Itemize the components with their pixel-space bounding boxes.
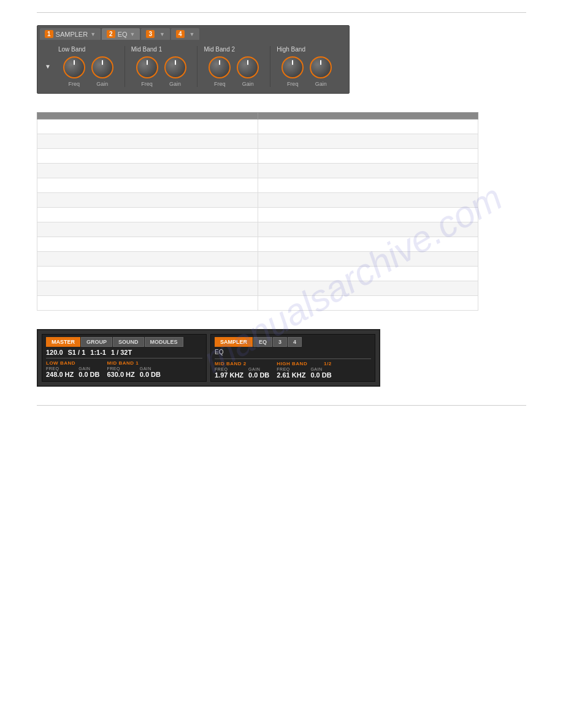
table-cell-col2 (258, 208, 478, 222)
display-high-gain-col: GAIN 0.0 DB (310, 367, 331, 379)
table-row (37, 164, 478, 178)
low-freq-knob-container: Freq (63, 56, 85, 87)
display-right-tabs: SAMPLER EQ 3 4 (215, 337, 371, 347)
table-cell-col1 (37, 222, 258, 237)
band-sep-3 (270, 46, 270, 87)
table-row (37, 281, 478, 296)
display-mid2-freq-label: FREQ (215, 367, 243, 371)
table-row (37, 119, 478, 134)
display-mid2-gain-col: GAIN 0.0 DB (248, 367, 269, 379)
tab-sampler[interactable]: 1 SAMPLER ▼ (40, 28, 101, 40)
low-freq-label: Freq (69, 81, 80, 87)
table-col1-header (37, 113, 258, 119)
display-tab-r3[interactable]: 3 (273, 337, 287, 347)
table-cell-col1 (37, 267, 258, 281)
table-cell-col1 (37, 208, 258, 222)
display-high-band-label: HIGH BAND (277, 361, 307, 366)
table-row (37, 237, 478, 252)
display-left-band-data: LOW BAND FREQ 248.0 HZ GAIN 0.0 DB MID B… (46, 360, 202, 378)
display-high-freq-val: 2.61 KHZ (277, 371, 305, 379)
eq-collapse-arrow[interactable]: ▼ (45, 63, 51, 70)
display-high-gain-label: GAIN (310, 367, 331, 371)
mid1-gain-label: Gain (169, 81, 181, 87)
high-gain-knob[interactable] (310, 56, 332, 78)
display-low-band-section: LOW BAND FREQ 248.0 HZ GAIN 0.0 DB (46, 360, 100, 378)
low-band-knobs: Freq Gain (63, 56, 113, 87)
display-tab-eq[interactable]: EQ (253, 337, 272, 347)
table-cell-col1 (37, 193, 258, 208)
mid1-band-label: Mid Band 1 (129, 46, 163, 53)
display-mid1-gain-col: GAIN 0.0 DB (140, 366, 161, 378)
tab-label-eq: EQ (118, 31, 128, 38)
display-position: 1:1-1 (90, 349, 106, 356)
low-freq-knob[interactable] (63, 56, 85, 78)
display-high-gain-val: 0.0 DB (310, 371, 331, 379)
display-tab-sampler[interactable]: SAMPLER (215, 337, 253, 347)
display-mid2-gain-val: 0.0 DB (248, 371, 269, 379)
display-low-gain-val: 0.0 DB (79, 371, 99, 378)
table-row (37, 193, 478, 208)
display-page-label: 1/2 (324, 361, 332, 366)
display-mid2-freq-col: FREQ 1.97 KHZ (215, 367, 243, 379)
display-tab-group[interactable]: GROUP (81, 337, 112, 347)
display-tab-sound[interactable]: SOUND (113, 337, 144, 347)
mid2-freq-label: Freq (214, 81, 226, 87)
display-left: MASTER GROUP SOUND MODULES 120.0 S1 / 1 … (42, 334, 207, 382)
eq-band-low: Low Band Freq Gain (53, 46, 123, 87)
display-mid1-band-section: MID BAND 1 FREQ 630.0 HZ GAIN 0.0 DB (107, 360, 161, 378)
display-low-freq-label: FREQ (46, 366, 74, 371)
high-band-knobs: Freq Gain (282, 56, 332, 87)
data-table (37, 112, 478, 311)
eq-body: ▼ Low Band Freq Gain (37, 40, 349, 93)
mid1-freq-knob[interactable] (136, 56, 158, 78)
low-gain-knob-container: Gain (91, 56, 113, 87)
display-tempo: 120.0 (46, 349, 63, 356)
display-tab-r4[interactable]: 4 (288, 337, 302, 347)
table-cell-col2 (258, 149, 478, 164)
tab-eq[interactable]: 2 EQ ▼ (102, 28, 140, 40)
mid1-band-knobs: Freq Gain (136, 56, 186, 87)
tab-3[interactable]: 3 ▼ (141, 28, 169, 40)
table-row (37, 296, 478, 311)
display-tab-master[interactable]: MASTER (46, 337, 80, 347)
table-row (37, 222, 478, 237)
low-band-label: Low Band (56, 46, 85, 53)
table-cell-col2 (258, 222, 478, 237)
display-right-band-data: MID BAND 2 FREQ 1.97 KHZ GAIN 0.0 DB (215, 361, 371, 379)
mid2-band-label: Mid Band 2 (201, 46, 235, 53)
display-low-freq-val: 248.0 HZ (46, 371, 74, 378)
eq-band-mid2: Mid Band 2 Freq Gain (199, 46, 269, 87)
table-cell-col1 (37, 134, 258, 149)
display-low-band-label: LOW BAND (46, 360, 100, 366)
table-cell-col2 (258, 267, 478, 281)
table-cell-col2 (258, 237, 478, 252)
mid2-gain-knob[interactable] (237, 56, 259, 78)
display-time: 1 / 32T (111, 349, 132, 356)
display-high-freq-col: FREQ 2.61 KHZ (277, 367, 305, 379)
high-freq-knob[interactable] (282, 56, 304, 78)
table-col2-header (258, 113, 478, 119)
eq-band-high: High Band Freq Gain (272, 46, 342, 87)
display-high-freq-label: FREQ (277, 367, 305, 371)
band-sep-1 (124, 46, 125, 87)
high-freq-knob-container: Freq (282, 56, 304, 87)
tab-arrow-1: ▼ (90, 31, 96, 37)
low-gain-knob[interactable] (91, 56, 113, 78)
display-mid2-freq-val: 1.97 KHZ (215, 371, 243, 379)
display-slot: S1 / 1 (68, 349, 86, 356)
table-row (37, 178, 478, 193)
mid2-gain-label: Gain (242, 81, 254, 87)
mid2-freq-knob[interactable] (209, 56, 231, 78)
table-cell-col1 (37, 252, 258, 267)
tab-4[interactable]: 4 ▼ (171, 28, 199, 40)
eq-band-mid1: Mid Band 1 Freq Gain (126, 46, 196, 87)
display-right: SAMPLER EQ 3 4 EQ MID BAND 2 FREQ 1.97 K… (210, 334, 375, 382)
display-left-values: 120.0 S1 / 1 1:1-1 1 / 32T (46, 349, 202, 356)
display-high-band-section: HIGH BAND 1/2 FREQ 2.61 KHZ GAIN 0.0 DB (277, 361, 331, 379)
table-cell-col1 (37, 164, 258, 178)
mid1-freq-label: Freq (141, 81, 153, 87)
table-cell-col2 (258, 164, 478, 178)
display-tab-modules[interactable]: MODULES (145, 337, 183, 347)
mid1-gain-knob[interactable] (164, 56, 186, 78)
mid1-gain-knob-container: Gain (164, 56, 186, 87)
